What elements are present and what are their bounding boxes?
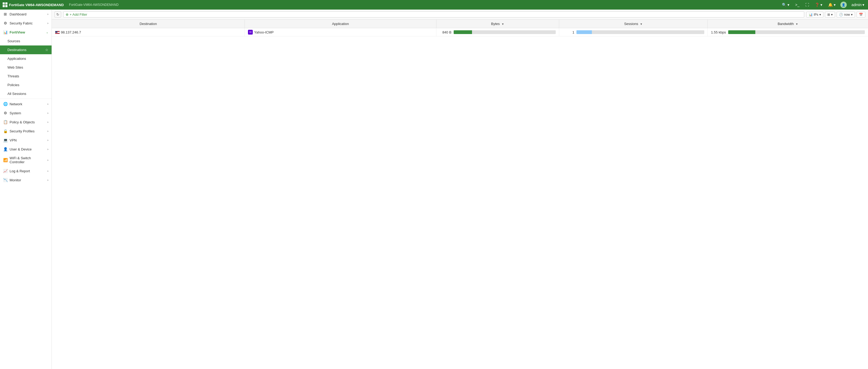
sidebar-item-network[interactable]: 🌐 Network › <box>0 99 52 109</box>
monitor-icon: 📉 <box>3 178 7 182</box>
bell-button[interactable]: 🔔 ▾ <box>827 2 837 7</box>
sidebar-item-applications[interactable]: Applications <box>0 54 52 63</box>
sidebar-item-system[interactable]: ⚙ System › <box>0 109 52 118</box>
sidebar-item-monitor[interactable]: 📉 Monitor › <box>0 176 52 185</box>
sidebar-item-dashboard[interactable]: ⊞ Dashboard › <box>0 9 52 19</box>
sidebar-label-sources: Sources <box>7 39 20 43</box>
sidebar-item-all-sessions[interactable]: All Sessions <box>0 89 52 98</box>
clock-icon: 🕐 <box>839 13 843 17</box>
chevron-icon: › <box>47 120 49 124</box>
vpn-icon: 💻 <box>3 138 7 142</box>
sidebar-item-user-device[interactable]: 👤 User & Device › <box>0 145 52 154</box>
col-destination[interactable]: Destination <box>52 20 245 28</box>
refresh-icon: ↻ <box>56 12 59 17</box>
chart-icon: 📊 <box>809 13 813 17</box>
sidebar-label-policy-objects: Policy & Objects <box>9 120 35 124</box>
logo-area: FortiGate VM64-AWSONDEMAND <box>3 2 64 7</box>
table-row[interactable]: 98.137.246.7Y!Yahoo-ICMP840 B11.55 kbps <box>52 28 868 36</box>
sidebar-label-security-profiles: Security Profiles <box>9 129 35 133</box>
filter-input-wrap[interactable]: ⊕ + Add Filter <box>63 11 804 18</box>
calendar-icon: 📅 <box>859 13 863 17</box>
admin-button[interactable]: admin ▾ <box>850 2 865 7</box>
sidebar-label-security-fabric: Security Fabric <box>9 21 33 25</box>
add-filter-button[interactable]: ⊕ + Add Filter <box>66 12 87 17</box>
sidebar-item-log-report[interactable]: 📈 Log & Report › <box>0 166 52 176</box>
sessions-bar <box>577 30 704 34</box>
table-icon: ⊞ <box>827 13 830 17</box>
application-value: Yahoo-ICMP <box>254 30 274 34</box>
sidebar-item-destinations[interactable]: Destinations ☆ <box>0 45 52 54</box>
app-icon: Y! <box>248 30 253 35</box>
plus-icon: ⊕ <box>66 12 68 17</box>
dropdown-arrow: ▾ <box>819 13 821 17</box>
ips-button[interactable]: 📊 IPs ▾ <box>806 12 823 18</box>
bytes-value: 840 B <box>440 30 452 34</box>
sidebar-item-sources[interactable]: Sources <box>0 37 52 45</box>
sidebar-item-security-fabric[interactable]: ⚙ Security Fabric › <box>0 19 52 28</box>
bytes-bar <box>454 30 556 34</box>
bandwidth-value: 1.55 kbps <box>711 30 726 34</box>
table-view-button[interactable]: ⊞ ▾ <box>825 12 835 18</box>
star-icon[interactable]: ☆ <box>45 48 49 52</box>
policy-icon: 📋 <box>3 120 7 124</box>
cell-destination: 98.137.246.7 <box>52 28 245 36</box>
time-button[interactable]: 🕐 now ▾ <box>837 12 855 18</box>
dropdown-arrow: ▾ <box>831 13 833 17</box>
now-label: now <box>844 13 850 17</box>
sidebar-label-web-sites: Web Sites <box>7 65 23 69</box>
destinations-table: Destination Application Bytes ▼ Sessions… <box>52 20 868 36</box>
sidebar-label-monitor: Monitor <box>9 178 21 182</box>
sidebar-item-fortiview[interactable]: 📊 FortiView ⌄ <box>0 28 52 37</box>
sidebar-label-fortiview: FortiView <box>9 30 25 34</box>
toolbar: ↻ ⊕ + Add Filter 📊 IPs ▾ ⊞ ▾ <box>52 9 868 20</box>
sessions-value: 1 <box>562 30 574 34</box>
layout: ⊞ Dashboard › ⚙ Security Fabric › 📊 Fort… <box>0 9 868 369</box>
sidebar-item-policy-objects[interactable]: 📋 Policy & Objects › <box>0 118 52 127</box>
fortiview-icon: 📊 <box>3 30 7 34</box>
sidebar-label-applications: Applications <box>7 57 26 61</box>
sidebar-item-wifi-switch[interactable]: 📶 WiFi & Switch Controller › <box>0 154 52 166</box>
device-name: FortiGate-VM64-AWSONDEMAND <box>69 3 119 7</box>
flag-icon <box>55 31 60 34</box>
toolbar-right: 📊 IPs ▾ ⊞ ▾ 🕐 now ▾ 📅 <box>806 12 865 18</box>
col-sessions[interactable]: Sessions ▼ <box>559 20 708 28</box>
sidebar-item-vpn[interactable]: 💻 VPN › <box>0 135 52 145</box>
sidebar-label-log-report: Log & Report <box>9 169 30 173</box>
terminal-button[interactable]: >_ <box>794 2 801 7</box>
col-application[interactable]: Application <box>245 20 436 28</box>
help-button[interactable]: ❓ ▾ <box>814 2 823 7</box>
chevron-icon: › <box>47 12 49 16</box>
ips-label: IPs <box>814 13 818 17</box>
sidebar-label-system: System <box>9 111 21 115</box>
sidebar-label-all-sessions: All Sessions <box>7 92 26 96</box>
col-bytes[interactable]: Bytes ▼ <box>436 20 559 28</box>
cell-sessions: 1 <box>559 28 708 36</box>
calendar-button[interactable]: 📅 <box>857 12 865 18</box>
cell-bytes: 840 B <box>436 28 559 36</box>
sidebar-item-policies[interactable]: Policies <box>0 81 52 89</box>
sort-arrow-bytes: ▼ <box>501 23 504 26</box>
sidebar-item-threats[interactable]: Threats <box>0 72 52 81</box>
bandwidth-bar <box>728 30 865 34</box>
sidebar-label-vpn: VPN <box>9 138 17 142</box>
chevron-icon: › <box>47 170 49 173</box>
sidebar-item-security-profiles[interactable]: 🔒 Security Profiles › <box>0 127 52 135</box>
chevron-icon: › <box>47 22 49 25</box>
security-fabric-icon: ⚙ <box>3 21 7 25</box>
sidebar-item-web-sites[interactable]: Web Sites <box>0 63 52 72</box>
dropdown-arrow: ▾ <box>851 13 852 17</box>
sidebar-label-destinations: Destinations <box>7 48 27 52</box>
fortinet-logo <box>3 2 7 7</box>
refresh-button[interactable]: ↻ <box>55 11 61 18</box>
chevron-icon: › <box>47 148 49 151</box>
sidebar-label-dashboard: Dashboard <box>9 12 27 16</box>
sidebar: ⊞ Dashboard › ⚙ Security Fabric › 📊 Fort… <box>0 9 52 369</box>
sidebar-label-threats: Threats <box>7 74 19 78</box>
avatar: 👤 <box>840 2 847 8</box>
search-button[interactable]: 🔍 ▾ <box>781 2 790 7</box>
col-bandwidth[interactable]: Bandwidth ▼ <box>708 20 868 28</box>
network-icon: 🌐 <box>3 102 7 106</box>
expand-button[interactable]: ⛶ <box>804 2 810 7</box>
cell-application: Y!Yahoo-ICMP <box>245 28 436 36</box>
user-icon: 👤 <box>3 147 7 151</box>
